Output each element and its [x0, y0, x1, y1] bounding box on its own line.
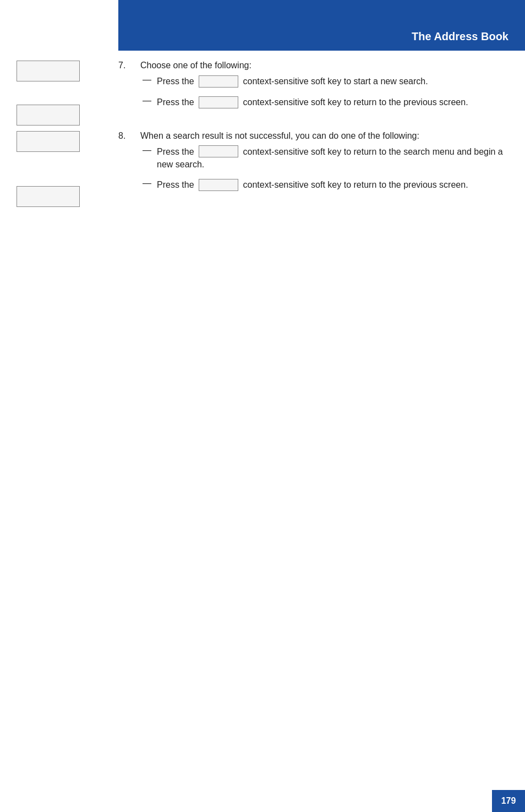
bullet-7-1-text: Press the context-sensitive soft key to … [157, 75, 428, 88]
bullet-7-2-text: Press the context-sensitive soft key to … [157, 96, 468, 109]
section-7-bullets: — Press the context-sensitive soft key t… [143, 75, 503, 109]
section-7-intro: Choose one of the following: [140, 61, 251, 70]
image-placeholder-7-1 [17, 61, 80, 81]
bullet-dash: — [143, 75, 151, 85]
image-placeholder-7-2 [17, 105, 80, 126]
bullet-8-2-text: Press the context-sensitive soft key to … [157, 178, 468, 192]
bullet-8-2: — Press the context-sensitive soft key t… [143, 178, 503, 192]
section-8-number: 8. [118, 131, 132, 141]
image-placeholder-8-1 [17, 131, 80, 152]
header-title: The Address Book [412, 30, 508, 43]
page-number: 179 [501, 796, 516, 806]
bullet-7-2: — Press the context-sensitive soft key t… [143, 96, 503, 109]
main-content: 7. Choose one of the following: — Press … [118, 61, 503, 779]
bullet-7-1-text-after: context-sensitive soft key to start a ne… [243, 77, 428, 86]
section-8: 8. When a search result is not successfu… [118, 131, 503, 192]
bullet-7-1-text-before: Press the [157, 77, 194, 86]
header-bar: The Address Book [118, 0, 525, 51]
inline-key-box-8-2 [199, 179, 238, 191]
section-8-header: 8. When a search result is not successfu… [118, 131, 503, 141]
section-8-bullets: — Press the context-sensitive soft key t… [143, 145, 503, 192]
bullet-8-1-text-before: Press the [157, 147, 194, 156]
bullet-dash: — [143, 96, 151, 106]
bullet-dash: — [143, 178, 151, 188]
inline-key-box-8-1 [199, 145, 238, 157]
bullet-7-2-text-before: Press the [157, 97, 194, 107]
inline-key-box-7-2 [199, 96, 238, 108]
bullet-7-2-text-after: context-sensitive soft key to return to … [243, 97, 468, 107]
inline-key-box-7-1 [199, 75, 238, 88]
image-placeholder-8-2 [17, 186, 80, 207]
page-number-box: 179 [492, 790, 525, 812]
section-8-intro: When a search result is not successful, … [140, 131, 419, 141]
bullet-8-2-text-before: Press the [157, 180, 194, 189]
bullet-8-2-text-after: context-sensitive soft key to return to … [243, 180, 468, 189]
bullet-8-1: — Press the context-sensitive soft key t… [143, 145, 503, 171]
bullet-7-1: — Press the context-sensitive soft key t… [143, 75, 503, 88]
section-7-header: 7. Choose one of the following: [118, 61, 503, 70]
bullet-dash: — [143, 145, 151, 155]
bullet-8-1-text: Press the context-sensitive soft key to … [157, 145, 503, 171]
section-7: 7. Choose one of the following: — Press … [118, 61, 503, 109]
section-7-number: 7. [118, 61, 132, 70]
